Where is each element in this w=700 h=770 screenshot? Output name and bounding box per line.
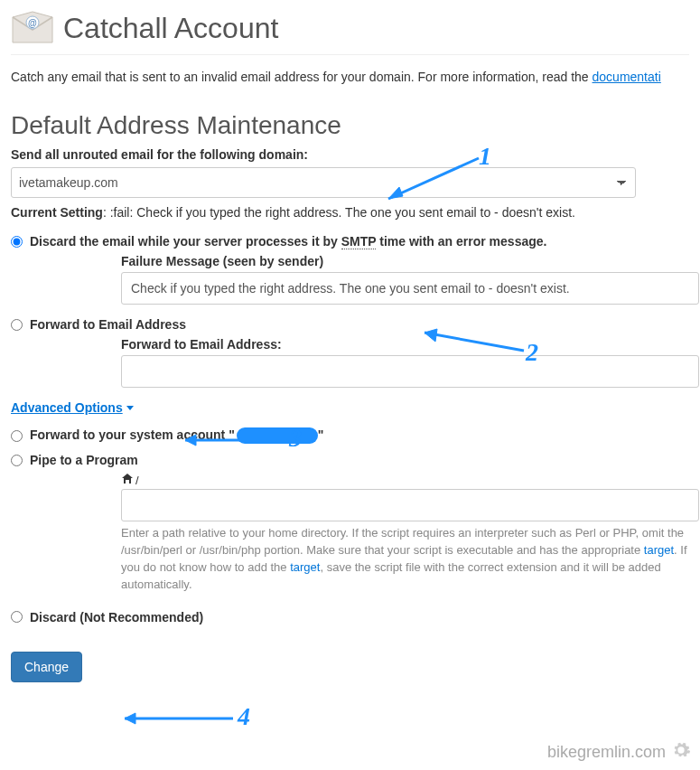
domain-label: Send all unrouted email for the followin…	[11, 147, 689, 162]
change-button[interactable]: Change	[11, 652, 82, 682]
radio-forward-email-label: Forward to Email Address	[30, 317, 186, 332]
documentation-link[interactable]: documentati	[593, 70, 661, 84]
radio-discard-smtp[interactable]	[11, 236, 23, 248]
section-heading: Default Address Maintenance	[11, 111, 689, 140]
home-icon	[121, 473, 134, 487]
radio-pipe[interactable]	[11, 455, 23, 466]
discard-label-post: time with an error message.	[376, 234, 546, 249]
option-forward-email[interactable]: Forward to Email Address	[11, 317, 689, 332]
radio-forward-system-label: Forward to your system account ""	[30, 427, 323, 444]
current-setting: Current Setting: :fail: Check if you typ…	[11, 205, 689, 220]
annotation-4: 4	[116, 709, 242, 730]
option-discard-not-recommended[interactable]: Discard (Not Recommended)	[11, 610, 689, 624]
radio-forward-email[interactable]	[11, 319, 23, 331]
discard-label-pre: Discard the email while your server proc…	[30, 234, 341, 249]
current-setting-label: Current Setting	[11, 205, 103, 220]
target-link-1[interactable]: target	[644, 543, 674, 557]
svg-marker-10	[125, 713, 135, 724]
advanced-options-toggle[interactable]: Advanced Options	[11, 400, 134, 415]
watermark: bikegremlin.com	[547, 740, 691, 765]
failure-message-label: Failure Message (seen by sender)	[121, 254, 689, 268]
pipe-slash: /	[135, 474, 139, 487]
intro-text: Catch any email that is sent to an inval…	[11, 70, 689, 84]
page-title: Catchall Account	[63, 12, 278, 45]
redacted-username	[237, 427, 318, 444]
radio-discard-nr[interactable]	[11, 611, 23, 623]
option-pipe[interactable]: Pipe to a Program	[11, 453, 689, 467]
gear-icon	[671, 740, 691, 765]
pipe-block: / Enter a path relative to your home dir…	[11, 473, 689, 593]
pipe-help-1: Enter a path relative to your home direc…	[121, 526, 684, 557]
pipe-help: Enter a path relative to your home direc…	[121, 525, 688, 593]
pipe-prefix: /	[121, 473, 689, 487]
forward-email-input[interactable]	[121, 355, 699, 388]
forward-email-block: Forward to Email Address:	[11, 337, 689, 388]
pipe-path-input[interactable]	[121, 489, 699, 521]
option-forward-system[interactable]: Forward to your system account ""	[11, 427, 689, 444]
watermark-text: bikegremlin.com	[547, 743, 666, 762]
radio-discard-nr-label: Discard (Not Recommended)	[30, 610, 203, 624]
svg-text:@: @	[28, 18, 37, 28]
intro-copy: Catch any email that is sent to an inval…	[11, 70, 593, 84]
target-link-2[interactable]: target	[290, 560, 320, 574]
forward-system-pre: Forward to your system account "	[30, 427, 235, 442]
domain-select[interactable]: ivetamakeup.com	[11, 167, 636, 198]
advanced-options-label: Advanced Options	[11, 400, 123, 415]
failure-message-input[interactable]	[121, 272, 699, 305]
smtp-abbr: SMTP	[341, 234, 377, 249]
radio-pipe-label: Pipe to a Program	[30, 453, 138, 467]
envelope-at-icon: @	[11, 9, 54, 47]
option-discard-smtp[interactable]: Discard the email while your server proc…	[11, 234, 689, 249]
annotation-4-num: 4	[238, 702, 250, 731]
forward-system-post: "	[318, 427, 324, 442]
failure-message-block: Failure Message (seen by sender)	[11, 254, 689, 305]
radio-forward-system[interactable]	[11, 430, 23, 442]
radio-discard-smtp-label: Discard the email while your server proc…	[30, 234, 546, 249]
forward-email-field-label: Forward to Email Address:	[121, 337, 689, 352]
chevron-down-icon	[126, 406, 134, 410]
page-header: @ Catchall Account	[11, 0, 689, 55]
current-setting-value: : :fail: Check if you typed the right ad…	[103, 205, 575, 220]
